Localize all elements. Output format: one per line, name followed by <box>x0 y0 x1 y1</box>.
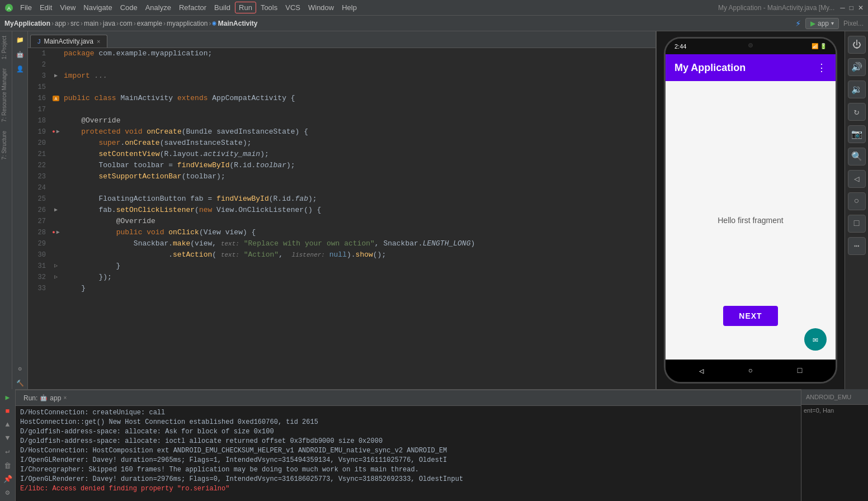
menu-run[interactable]: Run <box>235 2 256 13</box>
run-android-icon: 🤖 <box>40 394 48 401</box>
back-btn[interactable]: ◁ <box>699 366 704 376</box>
camera-button[interactable]: 📷 <box>848 125 866 143</box>
tab-mainactivity[interactable]: J MainActivity.java × <box>30 35 107 48</box>
menu-code[interactable]: Code <box>117 2 141 13</box>
run-pin-btn[interactable]: 📌 <box>2 473 14 485</box>
code-line-26: 26 ▶ fab.setOnClickListener(new View.OnC… <box>28 205 655 216</box>
java-file-icon: J <box>37 38 41 45</box>
code-line-28: 28 ● ▶ public void onClick(View view) { <box>28 227 655 238</box>
structure-tab[interactable]: 7: Structure <box>0 126 12 164</box>
breadcrumb-src[interactable]: src <box>70 20 79 27</box>
run-clear-btn[interactable]: 🗑 <box>2 460 14 472</box>
code-line-32: 32 ▷ }); <box>28 272 655 283</box>
sidebar-settings-icon[interactable]: ⚙ <box>14 362 26 375</box>
breadcrumb-example[interactable]: example <box>137 20 162 27</box>
emulator-phone-wrapper: 2:44 📶 🔋 My Application ⋮ <box>657 31 845 389</box>
breadcrumb-java[interactable]: java <box>103 20 115 27</box>
app-content: Hello first fragment NEXT ✉ <box>666 81 836 360</box>
code-line-21: 21 setContentView(R.layout.activity_main… <box>28 149 655 160</box>
menu-window[interactable]: Window <box>305 2 337 13</box>
bottom-right-text: ent=0, Han <box>804 407 866 414</box>
code-editor[interactable]: 1 package com.example.myapplication; 2 3… <box>28 48 655 389</box>
run-stop-btn[interactable]: ■ <box>2 405 14 417</box>
menu-view[interactable]: View <box>56 2 79 13</box>
maximize-btn[interactable]: □ <box>850 4 853 12</box>
android-debug-icon: A <box>52 94 60 102</box>
bottom-tab-bar: Run: 🤖 app × <box>16 390 801 406</box>
menu-build[interactable]: Build <box>211 2 234 13</box>
phone-camera <box>748 43 753 48</box>
minimize-btn[interactable]: ─ <box>840 4 845 12</box>
menu-navigate[interactable]: Navigate <box>80 2 115 13</box>
run-wrap-btn[interactable]: ↵ <box>2 445 14 457</box>
wifi-icon: 📶 <box>812 43 818 50</box>
tab-close-btn[interactable]: × <box>97 38 100 45</box>
device-label[interactable]: Pixel... <box>843 20 864 27</box>
menu-vcs[interactable]: VCS <box>282 2 304 13</box>
sidebar-folder-icon[interactable]: 📁 <box>14 34 26 46</box>
app-title: My Application <box>674 62 746 74</box>
android-emu-label: ANDROID_EMU <box>806 394 851 400</box>
breadcrumb-myapplication2[interactable]: myapplication <box>167 20 207 27</box>
run-tab[interactable]: Run: 🤖 app × <box>20 393 70 403</box>
phone-time: 2:44 <box>674 43 686 50</box>
menu-analyze[interactable]: Analyze <box>142 2 174 13</box>
run-scroll-up-btn[interactable]: ▲ <box>2 418 14 431</box>
run-log[interactable]: D/HostConnection: createUnique: call Hos… <box>16 406 801 501</box>
code-line-3: 3 ▶ import ... <box>28 70 655 82</box>
log-line-8: I/OpenGLRenderer: Davey! duration=2976ms… <box>20 475 796 484</box>
class-icon: ◉ <box>212 19 216 27</box>
svg-text:A: A <box>55 96 58 101</box>
menu-refactor[interactable]: Refactor <box>176 2 210 13</box>
bottom-right-panel: ANDROID_EMU ent=0, Han <box>801 389 868 501</box>
code-line-1: 1 package com.example.myapplication; <box>28 48 655 59</box>
run-left-toolbar: ▶ ■ ▲ ▼ ↵ 🗑 📌 ⚙ <box>0 389 16 501</box>
run-tab-close[interactable]: × <box>63 395 67 401</box>
tab-label: MainActivity.java <box>44 37 93 45</box>
breadcrumb-mainactivity[interactable]: MainActivity <box>218 20 258 27</box>
code-line-18: 18 @Override <box>28 115 655 126</box>
phone-screen[interactable]: My Application ⋮ Hello first fragment NE… <box>666 54 836 360</box>
run-settings-btn[interactable]: ⚙ <box>2 486 14 499</box>
email-icon: ✉ <box>813 334 818 345</box>
code-line-2: 2 <box>28 59 655 70</box>
run-scroll-down-btn[interactable]: ▼ <box>2 432 14 444</box>
zoom-in-button[interactable]: 🔍 <box>848 148 866 166</box>
menu-edit[interactable]: Edit <box>36 2 55 13</box>
home-button[interactable]: ○ <box>848 192 866 210</box>
volume-down-button[interactable]: 🔉 <box>848 81 866 98</box>
more-button[interactable]: ⋯ <box>848 237 866 255</box>
overview-btn[interactable]: □ <box>798 366 802 375</box>
run-restart-btn[interactable]: ▶ <box>2 391 14 404</box>
menu-help[interactable]: Help <box>338 2 360 13</box>
back-button[interactable]: ◁ <box>848 170 866 188</box>
overview-button[interactable]: □ <box>848 215 866 233</box>
sidebar-person-icon[interactable]: 👤 <box>14 63 26 75</box>
left-vertical-labels: 1: Project 7: Resource Manager 7: Struct… <box>0 31 12 389</box>
breadcrumb-app[interactable]: app <box>55 20 66 27</box>
project-tab[interactable]: 1: Project <box>0 31 12 64</box>
volume-up-button[interactable]: 🔊 <box>848 58 866 76</box>
code-line-15: 15 <box>28 82 655 93</box>
run-config[interactable]: ▶ app ▾ <box>805 18 839 29</box>
navigate-icon[interactable]: ⚡ <box>795 18 801 29</box>
fab-button[interactable]: ✉ <box>804 328 827 351</box>
rotate-button[interactable]: ↻ <box>848 103 866 121</box>
close-btn[interactable]: ✕ <box>858 4 864 12</box>
phone-status-bar: 2:44 📶 🔋 <box>666 39 836 54</box>
power-button[interactable]: ⏻ <box>848 36 866 54</box>
sidebar-android-icon[interactable]: 🤖 <box>14 48 26 60</box>
run-tab-label: Run: <box>23 394 37 402</box>
breadcrumb-main[interactable]: main <box>84 20 98 27</box>
menu-tools[interactable]: Tools <box>257 2 281 13</box>
breadcrumb-myapplication[interactable]: MyApplication <box>4 20 50 27</box>
breadcrumb-com[interactable]: com <box>120 20 133 27</box>
home-btn[interactable]: ○ <box>748 366 753 375</box>
code-line-17: 17 <box>28 104 655 115</box>
resource-manager-tab[interactable]: 7: Resource Manager <box>0 64 12 126</box>
menu-file[interactable]: File <box>17 2 35 13</box>
code-line-29: 29 Snackbar.make(view, text: "Replace wi… <box>28 238 655 249</box>
next-button[interactable]: NEXT <box>723 306 777 326</box>
sidebar-build-icon[interactable]: 🔨 <box>14 377 26 389</box>
overflow-menu-icon[interactable]: ⋮ <box>817 62 827 74</box>
